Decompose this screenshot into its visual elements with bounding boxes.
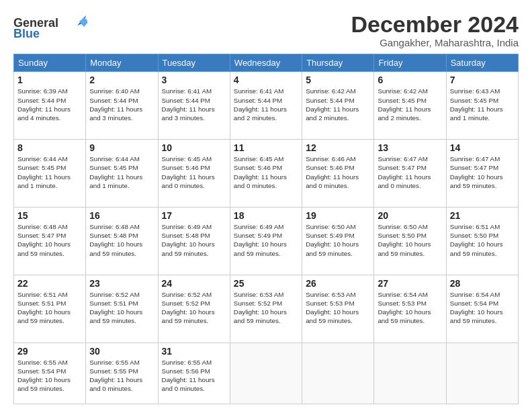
calendar-cell: 5Sunrise: 6:42 AM Sunset: 5:44 PM Daylig… [302,72,374,140]
day-info: Sunrise: 6:42 AM Sunset: 5:44 PM Dayligh… [306,87,370,122]
calendar-dow-friday: Friday [374,54,446,72]
day-info: Sunrise: 6:49 AM Sunset: 5:48 PM Dayligh… [162,222,226,258]
day-number: 4 [234,75,298,85]
calendar-dow-monday: Monday [86,54,158,72]
day-info: Sunrise: 6:41 AM Sunset: 5:44 PM Dayligh… [162,87,226,122]
calendar-cell: 19Sunrise: 6:50 AM Sunset: 5:49 PM Dayli… [302,207,374,275]
calendar-dow-tuesday: Tuesday [158,54,230,72]
day-info: Sunrise: 6:54 AM Sunset: 5:53 PM Dayligh… [378,290,442,326]
calendar-cell: 25Sunrise: 6:53 AM Sunset: 5:52 PM Dayli… [230,275,302,342]
day-number: 7 [450,75,515,85]
calendar-cell: 14Sunrise: 6:47 AM Sunset: 5:47 PM Dayli… [446,140,518,208]
calendar-cell: 21Sunrise: 6:51 AM Sunset: 5:50 PM Dayli… [446,207,518,275]
calendar-cell: 30Sunrise: 6:55 AM Sunset: 5:55 PM Dayli… [86,342,158,404]
title-block: December 2024 Gangakher, Maharashtra, In… [351,12,519,48]
day-info: Sunrise: 6:47 AM Sunset: 5:47 PM Dayligh… [450,154,515,190]
calendar-dow-saturday: Saturday [446,54,518,72]
calendar-cell: 27Sunrise: 6:54 AM Sunset: 5:53 PM Dayli… [374,275,446,342]
calendar-cell: 1Sunrise: 6:39 AM Sunset: 5:44 PM Daylig… [14,72,86,140]
calendar-page: General Blue December 2024 Gangakher, Ma… [0,0,532,411]
calendar-cell: 13Sunrise: 6:47 AM Sunset: 5:47 PM Dayli… [374,140,446,208]
calendar-cell: 6Sunrise: 6:42 AM Sunset: 5:45 PM Daylig… [374,72,446,140]
header: General Blue December 2024 Gangakher, Ma… [13,12,519,48]
day-info: Sunrise: 6:39 AM Sunset: 5:44 PM Dayligh… [17,87,82,122]
day-info: Sunrise: 6:55 AM Sunset: 5:55 PM Dayligh… [89,358,154,394]
day-info: Sunrise: 6:41 AM Sunset: 5:44 PM Dayligh… [234,87,298,122]
calendar-cell: 12Sunrise: 6:46 AM Sunset: 5:46 PM Dayli… [302,140,374,208]
day-number: 9 [89,142,154,153]
day-number: 8 [17,142,82,153]
day-info: Sunrise: 6:45 AM Sunset: 5:46 PM Dayligh… [234,154,298,190]
day-info: Sunrise: 6:50 AM Sunset: 5:50 PM Dayligh… [378,222,442,258]
day-number: 13 [378,142,442,153]
calendar-cell: 2Sunrise: 6:40 AM Sunset: 5:44 PM Daylig… [86,72,158,140]
day-info: Sunrise: 6:48 AM Sunset: 5:47 PM Dayligh… [17,222,82,258]
day-info: Sunrise: 6:53 AM Sunset: 5:53 PM Dayligh… [306,290,370,326]
svg-text:Blue: Blue [13,27,40,40]
day-number: 12 [306,142,370,153]
calendar-cell: 24Sunrise: 6:52 AM Sunset: 5:52 PM Dayli… [158,275,230,342]
day-number: 20 [378,210,442,221]
day-info: Sunrise: 6:43 AM Sunset: 5:45 PM Dayligh… [450,87,515,122]
day-info: Sunrise: 6:47 AM Sunset: 5:47 PM Dayligh… [378,154,442,190]
calendar-cell: 8Sunrise: 6:44 AM Sunset: 5:45 PM Daylig… [14,140,86,208]
calendar-cell: 17Sunrise: 6:49 AM Sunset: 5:48 PM Dayli… [158,207,230,275]
calendar-cell: 3Sunrise: 6:41 AM Sunset: 5:44 PM Daylig… [158,72,230,140]
day-number: 30 [89,346,154,357]
calendar-week-3: 15Sunrise: 6:48 AM Sunset: 5:47 PM Dayli… [14,207,519,275]
calendar-cell: 29Sunrise: 6:55 AM Sunset: 5:54 PM Dayli… [14,342,86,404]
day-number: 24 [162,278,226,289]
day-info: Sunrise: 6:55 AM Sunset: 5:54 PM Dayligh… [17,358,82,394]
day-info: Sunrise: 6:45 AM Sunset: 5:46 PM Dayligh… [162,154,226,190]
day-number: 23 [89,278,154,289]
calendar-cell: 28Sunrise: 6:54 AM Sunset: 5:54 PM Dayli… [446,275,518,342]
calendar-cell: 22Sunrise: 6:51 AM Sunset: 5:51 PM Dayli… [14,275,86,342]
day-info: Sunrise: 6:53 AM Sunset: 5:52 PM Dayligh… [234,290,298,326]
svg-marker-3 [79,17,87,27]
calendar-cell: 31Sunrise: 6:55 AM Sunset: 5:56 PM Dayli… [158,342,230,404]
day-info: Sunrise: 6:44 AM Sunset: 5:45 PM Dayligh… [89,154,154,190]
day-number: 17 [162,210,226,221]
calendar-cell: 15Sunrise: 6:48 AM Sunset: 5:47 PM Dayli… [14,207,86,275]
day-info: Sunrise: 6:40 AM Sunset: 5:44 PM Dayligh… [89,87,154,122]
day-info: Sunrise: 6:46 AM Sunset: 5:46 PM Dayligh… [306,154,370,190]
day-info: Sunrise: 6:51 AM Sunset: 5:50 PM Dayligh… [450,222,515,258]
day-number: 27 [378,278,442,289]
day-number: 22 [17,278,82,289]
day-number: 15 [17,210,82,221]
calendar-cell: 4Sunrise: 6:41 AM Sunset: 5:44 PM Daylig… [230,72,302,140]
day-info: Sunrise: 6:50 AM Sunset: 5:49 PM Dayligh… [306,222,370,258]
day-number: 16 [89,210,154,221]
day-info: Sunrise: 6:52 AM Sunset: 5:51 PM Dayligh… [89,290,154,326]
calendar-cell: 7Sunrise: 6:43 AM Sunset: 5:45 PM Daylig… [446,72,518,140]
day-info: Sunrise: 6:42 AM Sunset: 5:45 PM Dayligh… [378,87,442,122]
calendar-dow-wednesday: Wednesday [230,54,302,72]
day-number: 31 [162,346,226,357]
calendar-cell: 9Sunrise: 6:44 AM Sunset: 5:45 PM Daylig… [86,140,158,208]
calendar-cell [446,342,518,404]
calendar-week-1: 1Sunrise: 6:39 AM Sunset: 5:44 PM Daylig… [14,72,519,140]
day-number: 19 [306,210,370,221]
day-info: Sunrise: 6:44 AM Sunset: 5:45 PM Dayligh… [17,154,82,190]
calendar-cell [374,342,446,404]
calendar-week-5: 29Sunrise: 6:55 AM Sunset: 5:54 PM Dayli… [14,342,519,404]
day-number: 3 [162,75,226,85]
day-number: 21 [450,210,515,221]
day-number: 6 [378,75,442,85]
day-info: Sunrise: 6:55 AM Sunset: 5:56 PM Dayligh… [162,358,226,394]
calendar-dow-sunday: Sunday [14,54,86,72]
day-number: 5 [306,75,370,85]
day-number: 29 [17,346,82,357]
calendar-cell: 10Sunrise: 6:45 AM Sunset: 5:46 PM Dayli… [158,140,230,208]
calendar-cell [302,342,374,404]
calendar-cell: 20Sunrise: 6:50 AM Sunset: 5:50 PM Dayli… [374,207,446,275]
calendar-table: SundayMondayTuesdayWednesdayThursdayFrid… [13,54,519,404]
day-number: 14 [450,142,515,153]
calendar-week-2: 8Sunrise: 6:44 AM Sunset: 5:45 PM Daylig… [14,140,519,208]
day-info: Sunrise: 6:51 AM Sunset: 5:51 PM Dayligh… [17,290,82,326]
day-info: Sunrise: 6:52 AM Sunset: 5:52 PM Dayligh… [162,290,226,326]
day-number: 10 [162,142,226,153]
logo: General Blue [13,12,87,40]
calendar-cell [230,342,302,404]
calendar-dow-thursday: Thursday [302,54,374,72]
